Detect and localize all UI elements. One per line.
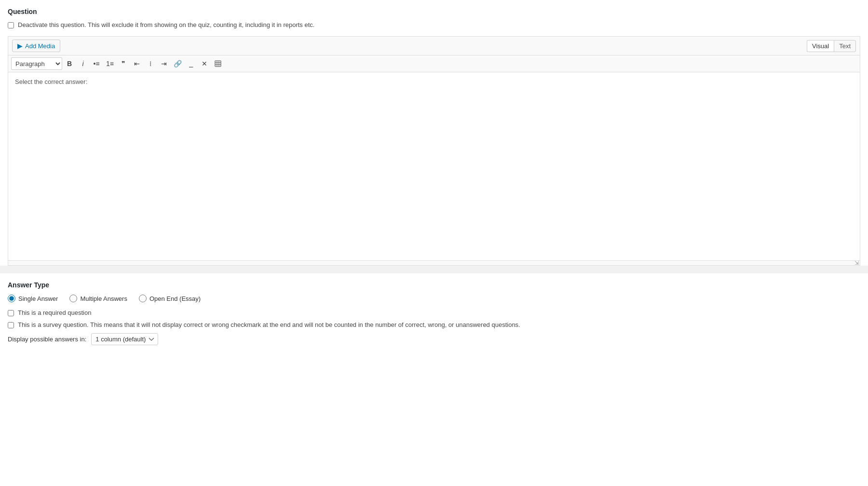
editor-content-text: Select the correct answer: xyxy=(15,78,87,85)
single-answer-option[interactable]: Single Answer xyxy=(8,295,58,302)
multiple-answers-label: Multiple Answers xyxy=(80,295,127,302)
align-right-button[interactable]: ⇥ xyxy=(158,57,170,70)
link-button[interactable]: 🔗 xyxy=(171,57,184,70)
deactivate-checkbox[interactable] xyxy=(8,22,14,28)
section-gap xyxy=(0,266,868,273)
required-question-label[interactable]: This is a required question xyxy=(18,309,91,316)
display-answers-label: Display possible answers in: xyxy=(8,336,86,343)
display-answers-select[interactable]: 1 column (default) 2 columns 3 columns 4… xyxy=(91,333,158,345)
editor-wrapper: ▶ Add Media Visual Text Paragraph Headin… xyxy=(8,36,860,266)
question-section-title: Question xyxy=(8,8,860,15)
editor-topbar: ▶ Add Media Visual Text xyxy=(8,37,860,55)
required-question-checkbox[interactable] xyxy=(8,310,14,316)
align-center-button[interactable]: ⁞ xyxy=(144,57,157,70)
deactivate-row: Deactivate this question. This will excl… xyxy=(8,21,860,28)
multiple-answers-option[interactable]: Multiple Answers xyxy=(69,295,127,302)
italic-button[interactable]: i xyxy=(77,57,89,70)
unordered-list-button[interactable]: •≡ xyxy=(90,57,103,70)
editor-resize-handle[interactable]: ⇲ xyxy=(8,260,860,265)
svg-rect-0 xyxy=(215,61,221,67)
more-button[interactable]: ✕ xyxy=(198,57,211,70)
add-media-button[interactable]: ▶ Add Media xyxy=(12,40,60,52)
paragraph-format-select[interactable]: Paragraph Heading 1 Heading 2 Heading 3 … xyxy=(11,57,62,70)
unlink-button[interactable]: ⎯ xyxy=(185,57,197,70)
open-end-label: Open End (Essay) xyxy=(149,295,201,302)
display-answers-row: Display possible answers in: 1 column (d… xyxy=(8,333,860,345)
answer-type-title: Answer Type xyxy=(8,281,860,289)
bold-button[interactable]: B xyxy=(63,57,76,70)
required-question-row: This is a required question xyxy=(8,309,860,316)
deactivate-label[interactable]: Deactivate this question. This will excl… xyxy=(18,21,314,28)
table-icon xyxy=(215,60,221,67)
answer-type-radio-group: Single Answer Multiple Answers Open End … xyxy=(8,295,860,302)
visual-text-tabs: Visual Text xyxy=(807,40,856,52)
survey-question-label[interactable]: This is a survey question. This means th… xyxy=(18,321,520,328)
editor-toolbar: Paragraph Heading 1 Heading 2 Heading 3 … xyxy=(8,55,860,72)
visual-tab[interactable]: Visual xyxy=(807,40,834,52)
page-container: Question Deactivate this question. This … xyxy=(0,0,868,486)
editor-content-area[interactable]: Select the correct answer: xyxy=(8,72,860,260)
add-media-icon: ▶ xyxy=(17,42,23,50)
single-answer-radio[interactable] xyxy=(8,295,15,302)
ordered-list-button[interactable]: 1≡ xyxy=(104,57,116,70)
multiple-answers-radio[interactable] xyxy=(69,295,77,302)
answer-type-section: Answer Type Single Answer Multiple Answe… xyxy=(8,273,860,345)
resize-icon: ⇲ xyxy=(854,260,859,266)
blockquote-button[interactable]: ❞ xyxy=(117,57,130,70)
survey-question-checkbox[interactable] xyxy=(8,322,14,328)
add-media-label: Add Media xyxy=(25,42,55,50)
table-button[interactable] xyxy=(212,57,224,70)
survey-question-row: This is a survey question. This means th… xyxy=(8,321,860,328)
open-end-radio[interactable] xyxy=(139,295,147,302)
single-answer-label: Single Answer xyxy=(18,295,58,302)
open-end-option[interactable]: Open End (Essay) xyxy=(139,295,201,302)
text-tab[interactable]: Text xyxy=(834,40,856,52)
align-left-button[interactable]: ⇤ xyxy=(131,57,143,70)
